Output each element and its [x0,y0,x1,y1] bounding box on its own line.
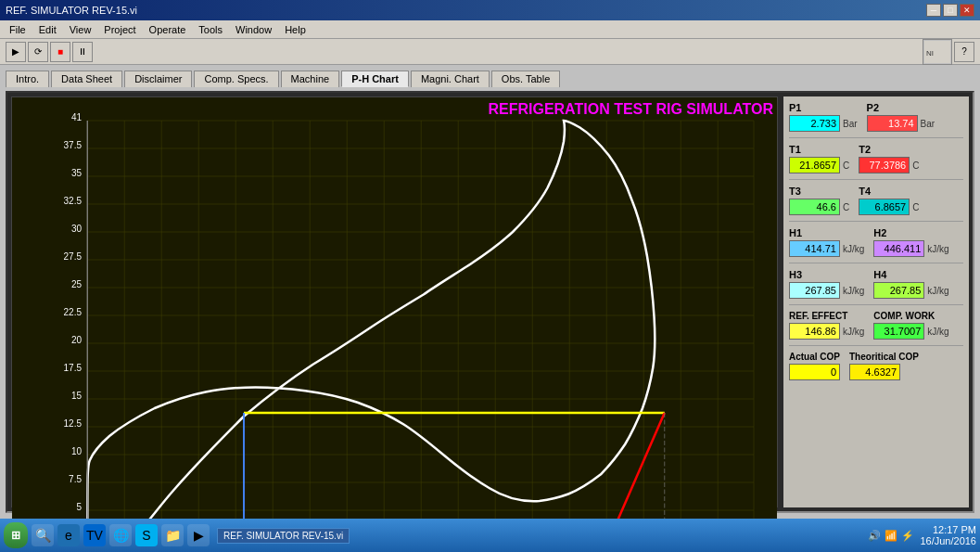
simulator-title: REFRIGERATION TEST RIG SIMULATOR [488,101,773,118]
content-area: REFRIGERATION TEST RIG SIMULATOR R-134 a… [6,91,974,513]
p2-value[interactable] [867,115,918,132]
actual-cop-value[interactable] [789,364,840,380]
maximize-button[interactable]: □ [943,4,958,17]
right-panel: P1 Bar P2 Bar T1 [783,96,969,507]
t4-label: T4 [859,186,919,197]
close-button[interactable]: ✕ [960,4,974,17]
main-content: Intro. Data Sheet Disclaimer Comp. Specs… [0,65,980,519]
tab-obstable[interactable]: Obs. Table [491,71,560,87]
t3-value[interactable] [789,199,840,215]
menu-edit[interactable]: Edit [33,23,62,36]
p2-unit: Bar [921,119,935,129]
taskbar-left: ⊞ 🔍 e TV 🌐 S 📁 ▶ REF. SIMULATOR REV-15.v… [4,522,350,548]
title-bar: REF. SIMULATOR REV-15.vi ─ □ ✕ [0,0,980,20]
tab-magnichart[interactable]: Magni. Chart [411,71,490,87]
p1-label: P1 [789,102,858,113]
taskbar-icon-teamviewer[interactable]: TV [83,524,106,546]
svg-rect-2 [12,97,777,552]
menu-view[interactable]: View [64,23,97,36]
tab-disclaimer[interactable]: Disclaimer [124,71,192,87]
h2-unit: kJ/kg [927,244,948,254]
svg-text:5: 5 [76,502,82,512]
ref-effect-label: REF. EFFECT [789,311,864,321]
taskbar-icon-skype[interactable]: S [135,524,158,546]
menu-window[interactable]: Window [230,23,277,36]
t4-unit: C [912,202,919,212]
t4-group: T4 C [859,186,919,215]
t3-group: T3 C [789,186,849,215]
svg-text:12.5: 12.5 [64,418,83,429]
toolbar: ▶ ⟳ ■ ⏸ NI ? [0,39,980,65]
t2-unit: C [912,160,919,171]
systray-icon-3: ⚡ [901,530,914,542]
abort-button[interactable]: ■ [50,42,70,62]
h2-label: H2 [873,227,948,238]
t1-group: T1 C [789,144,849,173]
t1-value[interactable] [789,157,840,173]
taskbar-icon-folder[interactable]: 📁 [161,524,184,546]
h3-unit: kJ/kg [843,286,864,296]
tab-intro[interactable]: Intro. [6,71,49,87]
menu-file[interactable]: File [4,23,32,36]
svg-text:37.5: 37.5 [64,140,83,150]
p2-label: P2 [867,102,935,113]
svg-text:41: 41 [71,112,83,122]
p1-value[interactable] [789,115,840,132]
h1-label: H1 [789,227,864,238]
ref-effect-unit: kJ/kg [843,327,864,337]
menu-operate[interactable]: Operate [144,23,192,36]
systray: 🔊 📶 ⚡ [868,530,914,542]
svg-text:7.5: 7.5 [69,474,82,484]
t4-value[interactable] [859,199,910,215]
h2-value[interactable] [873,240,924,257]
tab-datasheet[interactable]: Data Sheet [51,71,122,87]
run-button[interactable]: ▶ [6,42,26,62]
taskbar-icon-media[interactable]: ▶ [187,524,210,546]
svg-text:32.5: 32.5 [64,196,83,206]
temp-row-1: T1 C T2 C [789,144,963,173]
systray-icon-2: 📶 [885,530,897,542]
svg-text:30: 30 [71,224,83,234]
comp-work-label: COMP. WORK [873,311,948,321]
t2-label: T2 [859,144,919,155]
enthalpy-row-2: H3 kJ/kg H4 kJ/kg [789,269,963,299]
menu-help[interactable]: Help [279,23,312,36]
menu-tools[interactable]: Tools [193,23,228,36]
temp-row-2: T3 C T4 C [789,186,963,215]
comp-work-value[interactable] [873,323,924,340]
h4-label: H4 [873,269,948,280]
taskbar-icon-chrome[interactable]: 🌐 [109,524,132,546]
pause-button[interactable]: ⏸ [72,42,93,62]
run-continuously-button[interactable]: ⟳ [28,42,48,62]
h3-value[interactable] [789,282,840,299]
t1-unit: C [843,160,849,171]
h1-group: H1 kJ/kg [789,227,864,257]
menu-project[interactable]: Project [98,23,141,36]
h4-unit: kJ/kg [927,286,948,296]
tab-machine[interactable]: Machine [281,71,340,87]
h1-unit: kJ/kg [843,244,864,254]
start-button[interactable]: ⊞ [4,522,28,548]
taskbar: ⊞ 🔍 e TV 🌐 S 📁 ▶ REF. SIMULATOR REV-15.v… [0,519,980,552]
h2-group: H2 kJ/kg [873,227,948,257]
pressure-row: P1 Bar P2 Bar [789,102,963,132]
active-window-button[interactable]: REF. SIMULATOR REV-15.vi [217,528,350,544]
p2-group: P2 Bar [867,102,935,132]
minimize-button[interactable]: ─ [926,4,941,17]
taskbar-icon-search[interactable]: 🔍 [32,524,54,546]
ref-effect-value[interactable] [789,323,840,340]
svg-text:35: 35 [71,168,83,178]
h4-value[interactable] [873,282,924,299]
cop-row: Actual COP Theoritical COP [789,352,963,380]
taskbar-icon-ie[interactable]: e [57,524,80,546]
h1-value[interactable] [789,240,840,257]
tab-phchart[interactable]: P-H Chart [341,71,409,87]
labview-logo: NI [923,39,952,65]
title-bar-buttons[interactable]: ─ □ ✕ [926,4,974,17]
tabs: Intro. Data Sheet Disclaimer Comp. Specs… [6,71,974,87]
t2-value[interactable] [859,157,910,173]
svg-text:22.5: 22.5 [64,307,83,317]
help-button[interactable]: ? [954,42,974,62]
theoretical-cop-value[interactable] [849,364,900,380]
tab-compspecs[interactable]: Comp. Specs. [194,71,278,87]
